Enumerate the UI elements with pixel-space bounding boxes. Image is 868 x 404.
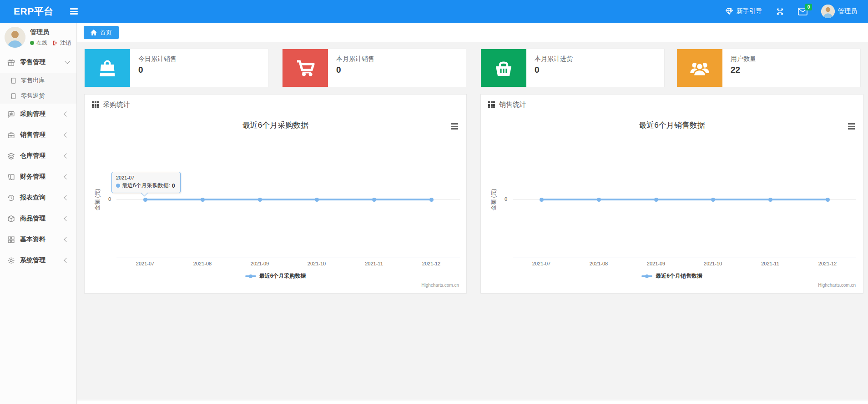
sidebar-item-sales[interactable]: 销售管理 [0, 125, 76, 145]
purchase-stats-panel: 采购统计 最近6个月采购数据 金额 (元) 0 2021-07 2021-08 … [84, 94, 467, 294]
data-point-2021-08[interactable] [201, 198, 205, 202]
sidebar-item-finance[interactable]: 财务管理 [0, 166, 76, 187]
y-axis-tick-0: 0 [85, 196, 111, 202]
gear-icon [7, 257, 15, 264]
highcharts-credit-link[interactable]: Highcharts.com.cn [421, 283, 459, 288]
table-grid-icon [92, 101, 99, 108]
x-tick-label: 2021-08 [578, 261, 619, 266]
chevron-left-icon [64, 258, 69, 263]
data-point-2021-10[interactable] [711, 198, 715, 202]
data-point-2021-09[interactable] [258, 198, 262, 202]
app-brand: ERP平台 [14, 5, 54, 18]
x-tick-label: 2021-10 [296, 261, 337, 266]
stat-label: 用户数量 [731, 55, 756, 63]
legend-item[interactable]: 最近6个月采购数据 [85, 272, 466, 280]
x-tick-label: 2021-11 [750, 261, 791, 266]
stat-label: 今日累计销售 [138, 55, 177, 63]
data-point-2021-07[interactable] [143, 198, 147, 202]
user-menu[interactable]: 管理员 [821, 5, 857, 18]
data-point-2021-11[interactable] [768, 198, 772, 202]
sidebar-user-block: 管理员 在线 注销 [0, 23, 76, 52]
stat-value: 0 [336, 65, 374, 75]
x-axis-line [116, 258, 460, 258]
sidebar-item-retail-return[interactable]: 零售退货 [0, 88, 76, 104]
home-icon [91, 30, 97, 35]
sidebar-item-retail[interactable]: 零售管理 [0, 52, 76, 73]
stat-card-month-purchases: 本月累计进货 0 [480, 49, 665, 87]
sidebar-item-purchase[interactable]: 采购管理 [0, 104, 76, 125]
x-tick-label: 2021-07 [125, 261, 166, 266]
sidebar-menu: 零售管理 零售出库 零售退货 [0, 52, 76, 271]
data-point-2021-07[interactable] [540, 198, 544, 202]
x-tick-label: 2021-07 [521, 261, 562, 266]
tooltip-category: 2021-07 [116, 175, 176, 180]
panel-title: 采购统计 [103, 100, 130, 109]
sales-stats-panel: 销售统计 最近6个月销售数据 金额 (元) 0 2021-07 2021-08 … [480, 94, 863, 294]
highcharts-credit-link[interactable]: Highcharts.com.cn [818, 283, 856, 288]
retail-submenu: 零售出库 零售退货 [0, 73, 76, 104]
tooltip-series-dot [116, 184, 120, 188]
chart-tooltip: 2021-07 最近6个月采购数据: 0 [111, 172, 181, 193]
erp-dashboard: ERP平台 新手引导 0 [0, 0, 868, 404]
tab-home[interactable]: 首页 [84, 26, 119, 39]
mail-count-badge: 0 [805, 4, 812, 10]
stat-label: 本月累计销售 [336, 55, 374, 63]
chevron-left-icon [64, 216, 69, 221]
gift-icon [7, 59, 15, 66]
ledger-icon [7, 173, 15, 181]
series-line [145, 199, 431, 200]
x-tick-label: 2021-12 [411, 261, 452, 266]
data-point-2021-11[interactable] [372, 198, 376, 202]
stat-card-month-sales: 本月累计销售 0 [282, 49, 466, 87]
sidebar-item-system[interactable]: 系统管理 [0, 250, 76, 271]
data-point-2021-12[interactable] [826, 198, 830, 202]
chart-context-menu-button[interactable] [846, 122, 857, 131]
x-tick-label: 2021-09 [239, 261, 280, 266]
data-point-2021-09[interactable] [654, 198, 658, 202]
sidebar-avatar [5, 27, 25, 48]
journal-icon [10, 77, 17, 84]
grid-icon [7, 236, 15, 244]
shopping-basket-icon [481, 49, 526, 87]
chevron-left-icon [64, 237, 69, 242]
sidebar-item-basic-data[interactable]: 基本资料 [0, 229, 76, 250]
data-point-2021-08[interactable] [597, 198, 601, 202]
fullscreen-button[interactable] [776, 7, 784, 16]
sidebar-item-products[interactable]: 商品管理 [0, 208, 76, 229]
sidebar-toggle-icon[interactable] [70, 8, 78, 15]
stat-value: 0 [138, 65, 177, 75]
user-avatar [821, 5, 835, 18]
navbar-right: 新手引导 0 管理员 [725, 5, 857, 18]
stat-card-today-sales: 今日累计销售 0 [84, 49, 268, 87]
chart-title: 最近6个月采购数据 [85, 120, 466, 130]
chart-context-menu-button[interactable] [449, 122, 460, 131]
data-point-2021-12[interactable] [429, 198, 434, 202]
x-tick-label: 2021-08 [182, 261, 223, 266]
user-name: 管理员 [838, 7, 857, 15]
sidebar-item-reports[interactable]: 报表查询 [0, 187, 76, 208]
sidebar-user-name: 管理员 [30, 28, 71, 36]
tooltip-series-label: 最近6个月采购数据: [122, 182, 170, 190]
messages-button[interactable]: 0 [798, 8, 807, 15]
chevron-left-icon [64, 174, 69, 179]
x-axis-line [513, 258, 856, 258]
data-point-2021-10[interactable] [315, 198, 319, 202]
guide-label: 新手引导 [737, 7, 762, 15]
tooltip-value: 0 [172, 183, 175, 189]
sidebar-item-warehouse[interactable]: 仓库管理 [0, 145, 76, 166]
shopping-cart-icon [283, 49, 328, 87]
stat-card-user-count: 用户数量 22 [676, 49, 861, 87]
logout-button[interactable]: 注销 [52, 39, 71, 47]
x-tick-label: 2021-09 [636, 261, 676, 266]
x-tick-label: 2021-12 [807, 261, 848, 266]
legend-item[interactable]: 最近6个月销售数据 [481, 272, 863, 280]
chart-title: 最近6个月销售数据 [481, 120, 863, 130]
layers-icon [7, 152, 15, 160]
guide-button[interactable]: 新手引导 [725, 7, 762, 15]
package-icon [7, 215, 15, 223]
online-status-label: 在线 [36, 39, 47, 47]
shopping-bag-icon [85, 49, 130, 87]
sidebar-item-retail-outbound[interactable]: 零售出库 [0, 73, 76, 88]
briefcase-icon [7, 131, 15, 139]
history-icon [7, 194, 15, 202]
